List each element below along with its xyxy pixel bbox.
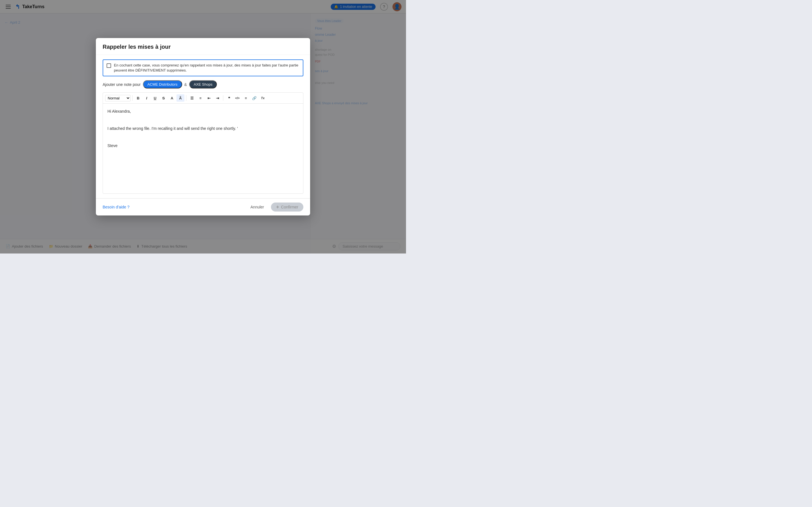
warning-text: En cochant cette case, vous comprenez qu…	[114, 63, 299, 73]
highlight-button[interactable]: Ã	[176, 94, 185, 102]
text-color-button[interactable]: A	[168, 94, 176, 102]
warning-checkbox[interactable]	[107, 63, 111, 68]
note-for-row: Ajouter une note pour ACME Distributors …	[103, 80, 303, 89]
acme-chip[interactable]: ACME Distributors	[143, 80, 182, 89]
confirm-label: Confirmer	[281, 205, 298, 209]
footer-actions: Annuler ✈ Confirmer	[247, 203, 303, 212]
ampersand: &	[185, 82, 187, 87]
indent-button[interactable]: ⇥	[213, 94, 221, 102]
outdent-button[interactable]: ⇤	[205, 94, 213, 102]
blockquote-button[interactable]: ❝	[225, 94, 233, 102]
ordered-list-button[interactable]: ≡	[197, 94, 204, 102]
underline-button[interactable]: U	[151, 94, 159, 102]
content-greeting: Hi Alexandra,	[107, 108, 299, 114]
modal-body: En cochant cette case, vous comprenez qu…	[96, 55, 310, 198]
unordered-list-button[interactable]: ☰	[188, 94, 196, 102]
rich-text-editor[interactable]: Normal Heading 1 Heading 2 B I U S A Ã ☰…	[103, 93, 303, 194]
format-select[interactable]: Normal Heading 1 Heading 2	[105, 95, 131, 101]
toolbar-divider-1	[132, 95, 133, 101]
strikethrough-button[interactable]: S	[160, 94, 167, 102]
help-link[interactable]: Besoin d'aide ?	[103, 205, 130, 209]
recall-updates-modal: Rappeler les mises à jour En cochant cet…	[96, 38, 310, 216]
modal-header: Rappeler les mises à jour	[96, 38, 310, 55]
align-button[interactable]: ≡	[242, 94, 250, 102]
cancel-button[interactable]: Annuler	[247, 203, 267, 211]
content-signature: Steve	[107, 143, 299, 149]
italic-button[interactable]: I	[143, 94, 151, 102]
warning-box: En cochant cette case, vous comprenez qu…	[103, 59, 303, 76]
modal-backdrop: Rappeler les mises à jour En cochant cet…	[0, 0, 406, 253]
link-button[interactable]: 🔗	[250, 94, 258, 102]
bold-button[interactable]: B	[134, 94, 142, 102]
editor-toolbar: Normal Heading 1 Heading 2 B I U S A Ã ☰…	[103, 93, 303, 104]
modal-footer: Besoin d'aide ? Annuler ✈ Confirmer	[96, 198, 310, 216]
toolbar-divider-3	[223, 95, 223, 101]
confirm-button[interactable]: ✈ Confirmer	[271, 203, 303, 212]
content-body: I attached the wrong file. I'm recalling…	[107, 125, 299, 131]
clear-format-button[interactable]: Tx	[259, 94, 267, 102]
note-label: Ajouter une note pour	[103, 82, 141, 87]
editor-content-area[interactable]: Hi Alexandra, I attached the wrong file.…	[103, 104, 303, 193]
modal-title: Rappeler les mises à jour	[103, 44, 303, 50]
code-button[interactable]: </>	[234, 94, 241, 102]
axe-chip[interactable]: AXE Shops	[189, 80, 217, 89]
confirm-icon: ✈	[276, 205, 280, 209]
